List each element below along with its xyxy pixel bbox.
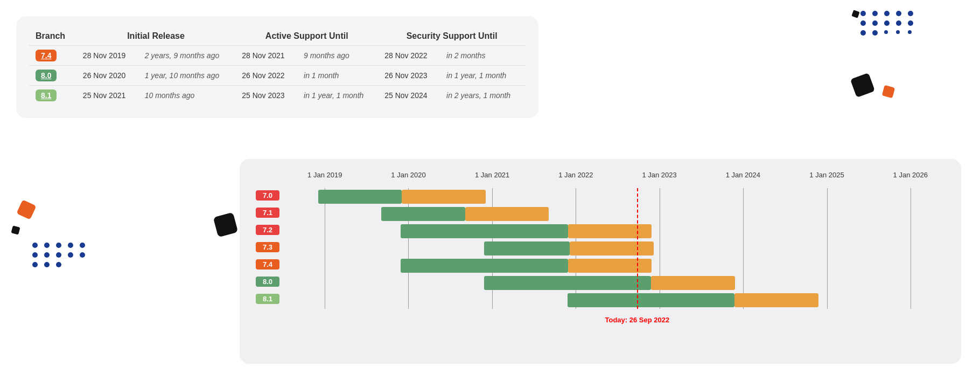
active-date-80: 26 Nov 2022: [235, 66, 297, 86]
initial-ago-74: 2 years, 9 months ago: [138, 46, 236, 66]
gantt-year-label: 1 Jan 2020: [391, 171, 425, 179]
dot: [44, 243, 50, 248]
gantt-bar-active: [401, 259, 568, 273]
branch-cell: 7.4: [29, 46, 76, 66]
gantt-bar-security: [568, 224, 652, 238]
branch-badge-74[interactable]: 7.4: [36, 50, 57, 61]
dot: [860, 11, 866, 16]
gantt-bar-security: [570, 241, 653, 255]
dot: [32, 262, 38, 267]
dot: [896, 20, 901, 26]
gantt-year-label: 1 Jan 2024: [726, 171, 760, 179]
decorative-dots-bottom-left: [32, 243, 87, 267]
dot: [860, 20, 866, 26]
col-active-support: Active Support Until: [235, 27, 378, 46]
gantt-bar-active: [381, 207, 465, 221]
dot: [908, 30, 912, 34]
gantt-bar-active: [401, 224, 568, 238]
decorative-square-orange: [882, 85, 895, 98]
dot: [56, 252, 61, 258]
dot: [896, 30, 900, 34]
gantt-bar-security: [568, 259, 652, 273]
security-date-80: 26 Nov 2023: [378, 66, 440, 86]
dot: [860, 30, 866, 36]
gantt-bar-security: [651, 276, 734, 290]
table-row: 8.0 26 Nov 2020 1 year, 10 months ago 26…: [29, 66, 526, 86]
dot: [908, 20, 913, 26]
gantt-grid-line: [325, 188, 325, 309]
dot: [884, 11, 890, 16]
dot: [896, 11, 901, 16]
gantt-today-label: Today: 26 Sep 2022: [605, 316, 670, 324]
gantt-bar-active: [484, 276, 651, 290]
gantt-bar-security: [402, 190, 486, 204]
gantt-row-label: 8.0: [256, 277, 279, 287]
branch-table-card: Branch Initial Release Active Support Un…: [16, 16, 538, 118]
gantt-grid-line: [911, 188, 911, 309]
dot: [80, 252, 85, 258]
decorative-dots-top-right: [860, 11, 915, 36]
branch-cell: 8.0: [29, 66, 76, 86]
active-ago-81: in 1 year, 1 month: [297, 86, 378, 106]
gantt-grid-line: [408, 188, 409, 309]
gantt-year-label: 1 Jan 2022: [558, 171, 593, 179]
decorative-square-orange-left: [16, 199, 36, 219]
dot: [872, 30, 878, 36]
dot: [44, 262, 50, 267]
gantt-bar-active: [484, 241, 570, 255]
dot: [908, 11, 913, 16]
table-row: 8.1 25 Nov 2021 10 months ago 25 Nov 202…: [29, 86, 526, 106]
decorative-square-small: [851, 10, 859, 18]
gantt-year-label: 1 Jan 2026: [893, 171, 928, 179]
dot: [32, 243, 38, 248]
dot: [872, 11, 878, 16]
gantt-bar-active: [318, 190, 402, 204]
gantt-row-label: 7.2: [256, 225, 279, 235]
gantt-chart-card: 1 Jan 20191 Jan 20201 Jan 20211 Jan 2022…: [240, 159, 961, 364]
gantt-row-label: 7.1: [256, 208, 279, 218]
gantt-year-label: 1 Jan 2019: [307, 171, 342, 179]
initial-date-80: 26 Nov 2020: [76, 66, 138, 86]
dot: [68, 243, 73, 248]
gantt-grid-line: [743, 188, 744, 309]
branch-badge-81[interactable]: 8.1: [36, 89, 57, 101]
decorative-square-black-left: [11, 225, 20, 234]
active-ago-74: 9 months ago: [297, 46, 378, 66]
security-date-74: 28 Nov 2022: [378, 46, 440, 66]
gantt-year-label: 1 Jan 2021: [475, 171, 509, 179]
dot: [872, 20, 878, 26]
security-ago-80: in 1 year, 1 month: [440, 66, 526, 86]
gantt-bar-security: [465, 207, 549, 221]
gantt-row-label: 7.0: [256, 190, 279, 201]
security-date-81: 25 Nov 2024: [378, 86, 440, 106]
active-ago-80: in 1 month: [297, 66, 378, 86]
gantt-year-label: 1 Jan 2023: [642, 171, 676, 179]
table-row: 7.4 28 Nov 2019 2 years, 9 months ago 28…: [29, 46, 526, 66]
dot: [68, 252, 73, 258]
branch-cell: 8.1: [29, 86, 76, 106]
dot: [44, 252, 50, 258]
dot: [884, 20, 890, 26]
active-date-81: 25 Nov 2023: [235, 86, 297, 106]
col-branch: Branch: [29, 27, 76, 46]
dot: [32, 252, 38, 258]
dot: [56, 243, 61, 248]
col-initial-release: Initial Release: [76, 27, 235, 46]
initial-ago-81: 10 months ago: [138, 86, 236, 106]
dot: [884, 30, 888, 34]
gantt-grid-line: [660, 188, 660, 309]
dot: [56, 262, 61, 267]
col-security-support: Security Support Until: [378, 27, 526, 46]
decorative-square-black: [850, 73, 875, 98]
dot: [80, 243, 85, 248]
branch-table: Branch Initial Release Active Support Un…: [29, 27, 526, 105]
initial-date-81: 25 Nov 2021: [76, 86, 138, 106]
initial-ago-80: 1 year, 10 months ago: [138, 66, 236, 86]
gantt-row-label: 8.1: [256, 294, 279, 304]
security-ago-81: in 2 years, 1 month: [440, 86, 526, 106]
gantt-today-line: [637, 188, 638, 309]
gantt-bar-active: [568, 293, 734, 307]
security-ago-74: in 2 months: [440, 46, 526, 66]
branch-badge-80[interactable]: 8.0: [36, 70, 57, 81]
gantt-row-label: 7.4: [256, 259, 279, 270]
